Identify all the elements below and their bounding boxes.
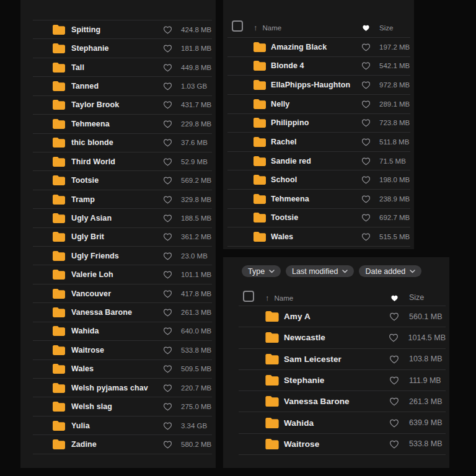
name-column-header[interactable]: ↑ Name — [265, 294, 384, 302]
favorite-icon[interactable] — [356, 43, 376, 51]
favorite-icon[interactable] — [356, 175, 376, 184]
favorite-icon[interactable] — [157, 120, 177, 128]
favorite-icon[interactable] — [157, 270, 177, 279]
favorite-icon[interactable] — [384, 355, 404, 364]
favorite-icon[interactable] — [157, 44, 177, 53]
favorite-icon[interactable] — [356, 157, 376, 165]
folder-icon — [253, 42, 266, 52]
favorite-icon[interactable] — [356, 61, 376, 70]
name-column-header[interactable]: ↑ Name — [253, 24, 356, 32]
folder-icon — [253, 61, 266, 71]
favorite-icon[interactable] — [384, 397, 404, 406]
favorites-column-header[interactable] — [356, 24, 376, 32]
folder-row[interactable]: Vanessa Barone 261.3 MB — [33, 303, 212, 322]
folder-row[interactable]: Ugly Friends 23.0 MB — [33, 247, 212, 265]
folder-row[interactable]: Stephanie 181.8 MB — [33, 39, 212, 58]
favorite-icon[interactable] — [356, 232, 376, 241]
folder-row[interactable]: Ugly Asian 188.5 MB — [33, 209, 212, 227]
folder-row[interactable]: Valerie Loh 101.1 MB — [33, 265, 212, 284]
favorite-icon[interactable] — [157, 384, 177, 392]
folder-name: Wales — [271, 232, 356, 241]
favorite-icon[interactable] — [356, 213, 376, 222]
favorite-icon[interactable] — [157, 82, 177, 90]
folder-row[interactable]: Rachel 511.8 MB — [227, 133, 410, 152]
favorite-icon[interactable] — [157, 421, 177, 430]
favorite-icon[interactable] — [157, 232, 177, 241]
favorite-icon[interactable] — [384, 333, 403, 342]
favorite-icon[interactable] — [157, 176, 177, 185]
favorite-icon[interactable] — [356, 118, 376, 127]
folder-row[interactable]: Waitrose 533.8 MB — [33, 341, 212, 359]
folder-row[interactable]: Nelly 289.1 MB — [227, 95, 410, 114]
favorite-icon[interactable] — [356, 81, 376, 89]
favorite-icon[interactable] — [157, 289, 177, 298]
size-column-header[interactable]: Size — [379, 24, 410, 32]
favorite-icon[interactable] — [157, 100, 177, 109]
favorite-icon[interactable] — [157, 346, 177, 355]
favorite-icon[interactable] — [157, 214, 177, 223]
favorite-icon[interactable] — [157, 402, 177, 411]
folder-row[interactable]: Welsh pyjamas chav 220.7 MB — [33, 379, 212, 397]
folder-row[interactable]: Third World 52.9 MB — [33, 152, 212, 171]
folder-row[interactable]: Blonde 4 542.1 MB — [227, 57, 410, 76]
select-all-checkbox[interactable] — [227, 20, 253, 32]
favorite-icon[interactable] — [356, 195, 376, 203]
folder-row[interactable]: Sandie red 71.5 MB — [227, 152, 410, 171]
folder-row[interactable]: Amy A 560.1 MB — [239, 306, 446, 327]
folder-row[interactable]: School 198.0 MB — [227, 170, 410, 190]
select-all-checkbox[interactable] — [239, 291, 265, 302]
folder-row[interactable]: Yulia 3.34 GB — [33, 416, 212, 435]
folder-row[interactable]: Taylor Brook 431.7 MB — [33, 96, 212, 115]
favorite-icon[interactable] — [157, 364, 177, 373]
folder-row[interactable]: Tootsie 692.7 MB — [227, 209, 410, 228]
folder-row[interactable]: thic blonde 37.6 MB — [33, 134, 212, 152]
favorite-icon[interactable] — [384, 418, 404, 428]
favorite-icon[interactable] — [157, 195, 177, 204]
favorites-column-header[interactable] — [384, 294, 404, 302]
folder-row[interactable]: Spitting 424.8 MB — [33, 20, 212, 39]
folder-row[interactable]: Wales 515.5 MB — [227, 227, 410, 247]
folder-row[interactable]: Tootsie 569.2 MB — [33, 171, 212, 190]
folder-row[interactable]: Stephanie 111.9 MB — [239, 370, 446, 391]
favorite-icon[interactable] — [157, 63, 177, 72]
folder-row[interactable]: Tramp 329.8 MB — [33, 190, 212, 209]
favorite-icon[interactable] — [157, 138, 177, 147]
folder-row[interactable]: Wahida 639.9 MB — [239, 412, 446, 433]
favorite-icon[interactable] — [157, 157, 177, 166]
folder-row[interactable]: Vancouver 417.8 MB — [33, 284, 212, 303]
folder-row[interactable]: Tall 449.8 MB — [33, 58, 212, 77]
folder-row[interactable]: Waitrose 533.8 MB — [239, 434, 446, 455]
folder-row[interactable]: Welsh slag 275.0 MB — [33, 397, 212, 416]
favorite-icon[interactable] — [384, 376, 404, 385]
folder-row[interactable]: Vanessa Barone 261.3 MB — [239, 391, 446, 412]
checkbox-box[interactable] — [232, 20, 243, 32]
favorite-icon[interactable] — [384, 312, 404, 321]
folder-row[interactable]: Tehmeena 229.8 MB — [33, 115, 212, 133]
folder-row[interactable]: Zadine 580.2 MB — [33, 435, 212, 454]
folder-row[interactable]: Tehmeena 238.9 MB — [227, 190, 410, 209]
favorite-icon[interactable] — [356, 100, 376, 108]
checkbox-box[interactable] — [243, 291, 254, 302]
favorite-icon[interactable] — [157, 327, 177, 335]
folder-row[interactable]: Wales 509.5 MB — [33, 360, 212, 379]
folder-row[interactable]: Newcastle 1014.5 MB — [239, 327, 446, 348]
favorite-icon[interactable] — [384, 439, 404, 449]
folder-row[interactable]: Ugly Brit 361.2 MB — [33, 228, 212, 247]
folder-row[interactable]: Philippino 723.8 MB — [227, 114, 410, 133]
folder-row[interactable]: EllaPhipps-Haughton 972.8 MB — [227, 76, 410, 95]
favorite-icon[interactable] — [157, 308, 177, 317]
favorite-icon[interactable] — [157, 252, 177, 260]
folder-row[interactable]: Tanned 1.03 GB — [33, 77, 212, 95]
folder-row[interactable]: Amazing Black 197.2 MB — [227, 38, 410, 57]
filter-chip[interactable]: Type — [242, 265, 281, 277]
folder-row[interactable]: Wahida 640.0 MB — [33, 322, 212, 341]
filter-chip[interactable]: Date added — [359, 265, 421, 277]
favorite-icon[interactable] — [157, 440, 177, 449]
filter-chip[interactable]: Last modified — [286, 265, 354, 277]
favorite-icon[interactable] — [157, 25, 177, 34]
heart-filled-icon — [390, 294, 399, 302]
folder-name: Stephanie — [284, 376, 384, 385]
folder-row[interactable]: Sam Leicester 103.8 MB — [239, 349, 446, 370]
favorite-icon[interactable] — [356, 138, 376, 146]
size-column-header[interactable]: Size — [409, 293, 446, 302]
